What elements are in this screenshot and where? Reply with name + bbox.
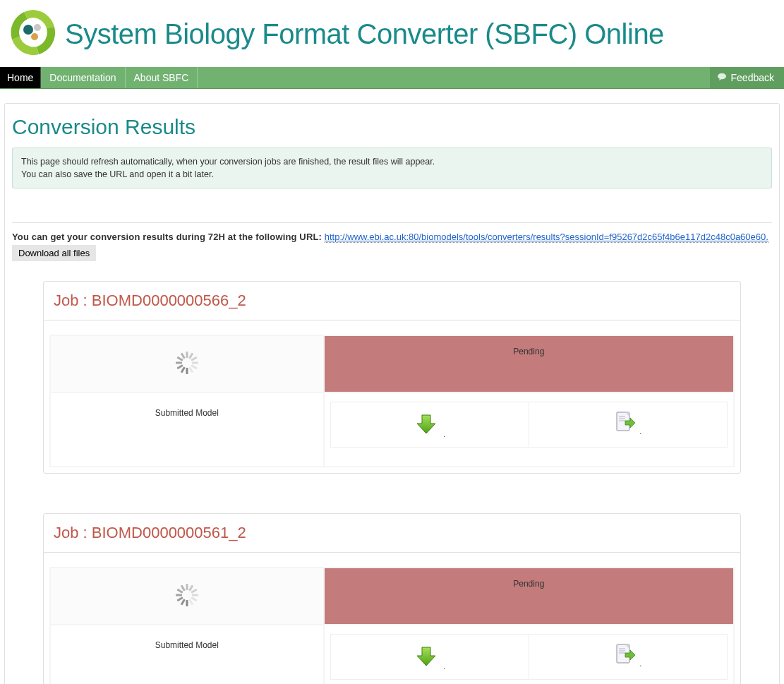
download-action[interactable]: . xyxy=(331,635,529,679)
speech-bubble-icon xyxy=(717,72,727,83)
job-table: Pending Submitted Model xyxy=(49,335,735,467)
download-all-button[interactable]: Download all files xyxy=(12,245,96,261)
status-cell: Pending xyxy=(324,335,734,392)
spinner-cell xyxy=(50,335,324,392)
export-action[interactable]: . xyxy=(529,635,727,679)
navbar: Home Documentation About SBFC Feedback xyxy=(0,67,784,89)
nav-documentation[interactable]: Documentation xyxy=(41,67,125,88)
spinner-cell xyxy=(50,568,324,625)
feedback-link[interactable]: Feedback xyxy=(710,68,784,88)
notice-line: You can also save the URL and open it a … xyxy=(21,168,763,181)
actions-cell: . xyxy=(324,392,734,467)
svg-point-3 xyxy=(718,73,726,80)
nav-about[interactable]: About SBFC xyxy=(126,67,198,88)
site-title: System Biology Format Converter (SBFC) O… xyxy=(65,15,664,53)
svg-point-2 xyxy=(31,33,38,40)
results-url-link[interactable]: http://www.ebi.ac.uk:80/biomodels/tools/… xyxy=(325,232,768,243)
url-section: You can get your conversion results duri… xyxy=(12,222,772,261)
submitted-model-cell: Submitted Model xyxy=(50,392,324,467)
url-prefix: You can get your conversion results duri… xyxy=(12,232,325,242)
file-export-icon xyxy=(615,425,639,436)
download-arrow-icon xyxy=(414,660,442,671)
navbar-left: Home Documentation About SBFC xyxy=(0,67,198,88)
page-title: Conversion Results xyxy=(5,111,779,148)
job-title: Job : BIOMD0000000561_2 xyxy=(44,514,740,553)
notice-box: This page should refresh automatically, … xyxy=(12,148,772,188)
export-action[interactable]: . xyxy=(529,402,727,447)
feedback-label: Feedback xyxy=(731,72,774,83)
main: Conversion Results This page should refr… xyxy=(0,89,784,684)
loading-spinner-icon xyxy=(176,352,198,374)
job-card: Job : BIOMD0000000566_2 Pending xyxy=(43,281,741,474)
actions-cell: . xyxy=(324,625,734,684)
header: System Biology Format Converter (SBFC) O… xyxy=(0,0,784,67)
submitted-model-cell: Submitted Model xyxy=(50,625,324,684)
nav-home[interactable]: Home xyxy=(0,67,41,88)
loading-spinner-icon xyxy=(176,584,198,606)
jobs-wrap: Job : BIOMD0000000566_2 Pending xyxy=(5,261,779,684)
job-title: Job : BIOMD0000000566_2 xyxy=(44,282,740,320)
notice-line: This page should refresh automatically, … xyxy=(21,155,763,168)
download-arrow-icon xyxy=(414,428,442,438)
job-table: Pending Submitted Model xyxy=(49,567,735,684)
navbar-right: Feedback xyxy=(710,67,784,88)
file-export-icon xyxy=(615,657,639,668)
download-action[interactable]: . xyxy=(331,402,529,447)
svg-point-0 xyxy=(23,25,33,35)
svg-point-1 xyxy=(34,24,41,31)
results-card: Conversion Results This page should refr… xyxy=(4,103,780,684)
status-cell: Pending xyxy=(324,568,734,625)
job-card: Job : BIOMD0000000561_2 Pending xyxy=(43,513,741,684)
sbfc-logo-icon xyxy=(6,6,59,61)
